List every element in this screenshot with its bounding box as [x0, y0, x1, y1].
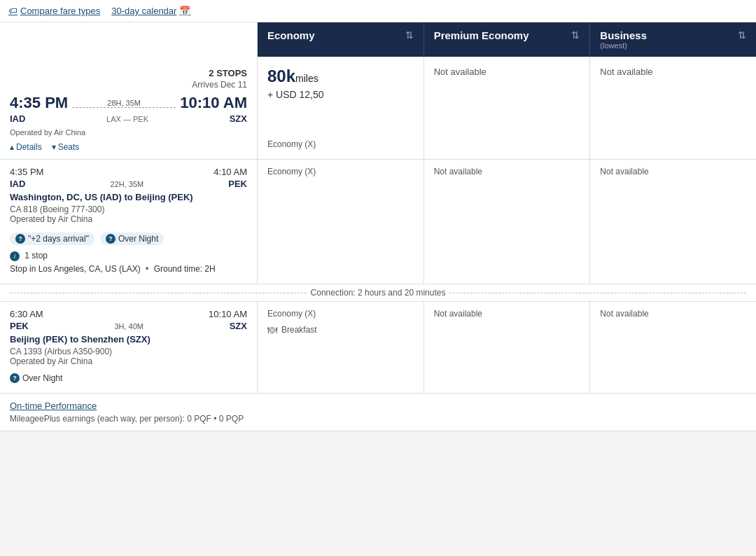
breakfast-cell: 🍽 Breakfast [267, 324, 414, 335]
depart-airport: IAD [10, 113, 25, 124]
calendar-30day-link[interactable]: 30-day calendar 📅 [111, 6, 190, 16]
seg2-route: Beijing (PEK) to Shenzhen (SZX) [10, 334, 247, 345]
seg2-arrive-code: SZX [230, 321, 247, 331]
operated-by: Operated by Air China [10, 128, 247, 137]
calendar-icon: 📅 [179, 6, 190, 16]
connection-text: Connection: 2 hours and 20 minutes [311, 288, 446, 298]
duration-text: 28H, 35M [72, 99, 176, 107]
seg2-depart-time: 6:30 AM [10, 309, 43, 319]
seg1-airport-row: IAD 22H, 35M PEK [10, 179, 247, 189]
segment2-left: 6:30 AM 10:10 AM PEK 3H, 40M SZX Beijing… [0, 302, 258, 393]
compare-fare-types-link[interactable]: 🏷 Compare fare types [8, 6, 100, 16]
seg2-duration: 3H, 40M [29, 322, 230, 331]
seg1-business-cell: Not available [590, 160, 756, 284]
seats-link[interactable]: ▾ Seats [52, 142, 80, 152]
seg1-stop-info: i 1 stop [10, 251, 247, 261]
tag-icon: 🏷 [8, 6, 18, 16]
economy-tag: Economy (X) [267, 118, 316, 149]
seg2-overnight-badge: ? Over Night [10, 373, 247, 383]
seg2-premium-cell: Not available [424, 302, 591, 393]
footer-section: On-time Performance MileageePlus earning… [0, 394, 756, 431]
fare-header-row: Economy ⇅ Premium Economy ⇅ Business (lo… [0, 22, 756, 57]
business-fare-cell: Not available [590, 57, 756, 159]
business-sort-icon[interactable]: ⇅ [738, 29, 746, 41]
business-not-available: Not available [600, 67, 652, 77]
conn-line-left [10, 293, 307, 293]
arrive-time: 10:10 AM [180, 94, 247, 112]
flight-links: ▴ Details ▾ Seats [10, 142, 247, 152]
info-icon: i [10, 251, 20, 261]
seg2-operated: Operated by Air China [10, 356, 247, 366]
premium-economy-header-name: Premium Economy [434, 29, 529, 41]
segment2-detail: 6:30 AM 10:10 AM PEK 3H, 40M SZX Beijing… [0, 302, 756, 394]
duration-block: 28H, 35M [68, 99, 180, 108]
depart-time: 4:35 PM [10, 94, 68, 112]
on-time-link[interactable]: On-time Performance [10, 401, 97, 411]
seg1-economy-cell: Economy (X) [258, 160, 424, 284]
earnings-value: 0 PQF • 0 PQP [187, 414, 244, 424]
business-header-sub: (lowest) [600, 41, 647, 50]
economy-sort-icon[interactable]: ⇅ [405, 29, 414, 41]
left-header-spacer [0, 22, 258, 57]
premium-sort-icon[interactable]: ⇅ [571, 29, 580, 41]
seg2-aircraft: CA 1393 (Airbus A350-900) [10, 347, 247, 356]
seg1-arrive-time: 4:10 AM [214, 167, 247, 177]
premium-fare-cell: Not available [424, 57, 591, 159]
overnight-badge: ? Over Night [100, 232, 164, 245]
top-nav: 🏷 Compare fare types 30-day calendar 📅 [0, 0, 756, 22]
seg1-route: Washington, DC, US (IAD) to Beijing (PEK… [10, 192, 247, 202]
stops-label: 2 STOPS [10, 68, 247, 78]
breakfast-label: Breakfast [281, 325, 317, 335]
economy-header-name: Economy [267, 29, 315, 41]
seg2-airport-row: PEK 3H, 40M SZX [10, 321, 247, 331]
time-row: 4:35 PM 28H, 35M 10:10 AM [10, 94, 247, 112]
plus2-days-badge: ? "+2 days arrival" [10, 232, 94, 245]
seg1-duration: 22H, 35M [25, 180, 228, 188]
question-icon: ? [15, 234, 25, 244]
seg1-badges: ? "+2 days arrival" ? Over Night i 1 sto… [10, 231, 247, 274]
premium-not-available: Not available [434, 67, 486, 77]
connection-bar: Connection: 2 hours and 20 minutes [0, 284, 756, 302]
seg2-overnight: ? Over Night [10, 373, 247, 383]
seg2-depart-code: PEK [10, 321, 29, 331]
question-icon2: ? [106, 234, 115, 244]
flight-summary-left: 2 STOPS Arrives Dec 11 4:35 PM 28H, 35M … [0, 57, 258, 159]
business-header: Business (lowest) ⇅ [590, 22, 756, 57]
conn-line-right [449, 293, 746, 293]
business-header-name: Business [600, 29, 647, 41]
seg1-time-row: 4:35 PM 4:10 AM [10, 167, 247, 177]
seg1-arrive-code: PEK [228, 179, 247, 189]
economy-fare-cell: 80kmiles + USD 12,50 Economy (X) [258, 57, 424, 159]
segment1-detail: 4:35 PM 4:10 AM IAD 22H, 35M PEK Washing… [0, 160, 756, 284]
seg1-aircraft: CA 818 (Boeing 777-300) [10, 204, 247, 214]
flight-card-main: 2 STOPS Arrives Dec 11 4:35 PM 28H, 35M … [0, 57, 756, 160]
seg1-stop-detail: Stop in Los Angeles, CA, US (LAX) • Grou… [10, 264, 247, 274]
via-text: LAX — PEK [25, 115, 229, 123]
seg2-arrive-time: 10:10 AM [209, 309, 247, 319]
overnight-question-icon: ? [10, 373, 20, 383]
miles-big: 80k [267, 67, 295, 85]
seg1-premium-cell: Not available [424, 160, 591, 284]
chevron-up-icon: ▴ [10, 142, 14, 152]
details-link[interactable]: ▴ Details [10, 142, 42, 152]
seg1-depart-code: IAD [10, 179, 25, 189]
mileage-text: MileageePlus earnings (each way, per per… [10, 414, 746, 424]
premium-economy-header: Premium Economy ⇅ [424, 22, 591, 57]
arrives-label: Arrives Dec 11 [10, 80, 247, 90]
meal-icon: 🍽 [267, 324, 277, 335]
seg1-depart-time: 4:35 PM [10, 167, 43, 177]
seg2-time-row: 6:30 AM 10:10 AM [10, 309, 247, 319]
chevron-down-icon: ▾ [52, 142, 56, 152]
airport-row: IAD LAX — PEK SZX [10, 113, 247, 124]
seg2-business-cell: Not available [590, 302, 756, 393]
usd-line: + USD 12,50 [267, 89, 324, 100]
seg2-economy-cell: Economy (X) 🍽 Breakfast [258, 302, 424, 393]
segment1-left: 4:35 PM 4:10 AM IAD 22H, 35M PEK Washing… [0, 160, 258, 284]
economy-header: Economy ⇅ [258, 22, 424, 57]
miles-unit: miles [295, 73, 318, 84]
arrive-airport: SZX [230, 113, 247, 124]
seg1-operated: Operated by Air China [10, 214, 247, 224]
